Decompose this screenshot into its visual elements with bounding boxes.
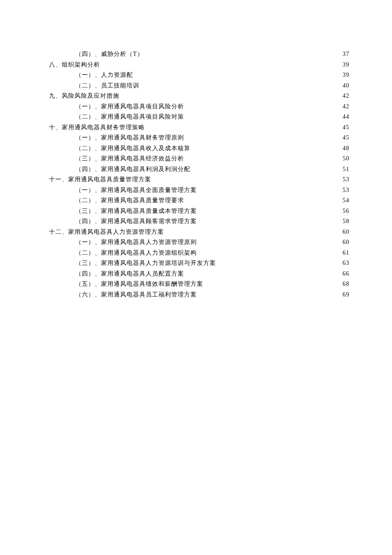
toc-entry-page: 56 xyxy=(343,206,349,217)
toc-entry-label: （二）、家用通风电器具项目风险对策 xyxy=(75,112,184,122)
toc-entry-page: 54 xyxy=(343,195,349,206)
toc-entry-page: 39 xyxy=(343,70,349,81)
toc-entry: 八、组织架构分析39 xyxy=(49,60,349,70)
toc-entry-page: 60 xyxy=(343,227,349,238)
toc-entry: （五）、家用通风电器具绩效和薪酬管理方案68 xyxy=(75,279,349,290)
toc-entry: （二）、家用通风电器具质量管理要求54 xyxy=(75,195,349,206)
toc-entry-label: （一）、家用通风电器具财务管理原则 xyxy=(75,133,184,143)
toc-entry: （四）、家用通风电器具顾客需求管理方案58 xyxy=(75,216,349,227)
toc-entry-page: 63 xyxy=(343,258,349,269)
toc-entry-page: 40 xyxy=(343,81,349,91)
toc-entry-label: （四）、家用通风电器具人员配置方案 xyxy=(75,269,184,279)
toc-entry: （一）、家用通风电器具项目风险分析42 xyxy=(75,102,349,112)
toc-entry: （一）、家用通风电器具全面质量管理方案53 xyxy=(75,185,349,196)
toc-entry: （三）、家用通风电器具人力资源培训与开发方案63 xyxy=(75,258,349,269)
toc-entry: （二）、家用通风电器具项目风险对策44 xyxy=(75,112,349,122)
toc-entry-label: （一）、家用通风电器具人力资源管理原则 xyxy=(75,237,197,248)
toc-entry: （二）、家用通风电器具收入及成本核算48 xyxy=(75,143,349,154)
toc-entry: 十、家用通风电器具财务管理策略45 xyxy=(49,122,349,133)
toc-entry: （一）、家用通风电器具人力资源管理原则60 xyxy=(75,237,349,248)
toc-entry-label: （六）、家用通风电器具员工福利管理方案 xyxy=(75,290,197,300)
toc-entry: （四）、威胁分析（T）37 xyxy=(75,49,349,60)
toc-entry-label: （二）、员工技能培训 xyxy=(75,81,139,91)
toc-entry-label: （五）、家用通风电器具绩效和薪酬管理方案 xyxy=(75,279,203,290)
toc-entry-label: 十一、家用通风电器具质量管理方案 xyxy=(49,174,151,185)
toc-entry-page: 48 xyxy=(343,143,349,154)
toc-entry-label: 十二、家用通风电器具人力资源管理方案 xyxy=(49,227,164,238)
toc-entry: （二）、员工技能培训40 xyxy=(75,81,349,91)
toc-entry-label: （三）、家用通风电器具人力资源培训与开发方案 xyxy=(75,258,216,269)
toc-entry-page: 37 xyxy=(343,49,349,60)
toc-entry-label: （三）、家用通风电器具质量成本管理方案 xyxy=(75,206,197,217)
toc-container: （四）、威胁分析（T）37八、组织架构分析39（一）、人力资源配39（二）、员工… xyxy=(49,49,349,300)
toc-entry-page: 45 xyxy=(343,133,349,143)
toc-entry: （六）、家用通风电器具员工福利管理方案69 xyxy=(75,290,349,300)
toc-entry-label: 八、组织架构分析 xyxy=(49,60,100,70)
toc-entry-page: 51 xyxy=(343,164,349,175)
toc-entry: 九、风险风险及应对措施42 xyxy=(49,91,349,102)
toc-entry-page: 45 xyxy=(343,122,349,133)
toc-entry-page: 53 xyxy=(343,185,349,196)
toc-entry-page: 39 xyxy=(343,60,349,70)
toc-entry: （四）、家用通风电器具人员配置方案66 xyxy=(75,269,349,279)
toc-entry-page: 69 xyxy=(343,290,349,300)
toc-entry-label: （四）、家用通风电器具利润及利润分配 xyxy=(75,164,190,175)
toc-entry: （一）、家用通风电器具财务管理原则45 xyxy=(75,133,349,143)
toc-entry-page: 66 xyxy=(343,269,349,279)
toc-entry-label: （二）、家用通风电器具质量管理要求 xyxy=(75,195,184,206)
toc-entry-label: （二）、家用通风电器具收入及成本核算 xyxy=(75,143,190,154)
toc-entry-label: （一）、家用通风电器具全面质量管理方案 xyxy=(75,185,197,196)
toc-entry-label: 九、风险风险及应对措施 xyxy=(49,91,119,102)
toc-entry-page: 50 xyxy=(343,154,349,164)
toc-entry: 十一、家用通风电器具质量管理方案53 xyxy=(49,174,349,185)
toc-entry-page: 60 xyxy=(343,237,349,248)
toc-entry: （二）、家用通风电器具人力资源组织架构61 xyxy=(75,248,349,259)
toc-entry-page: 58 xyxy=(343,216,349,227)
toc-entry-page: 42 xyxy=(343,102,349,112)
toc-entry-page: 42 xyxy=(343,91,349,102)
toc-entry-label: （二）、家用通风电器具人力资源组织架构 xyxy=(75,248,197,259)
toc-entry-label: （一）、家用通风电器具项目风险分析 xyxy=(75,102,184,112)
toc-entry-label: （一）、人力资源配 xyxy=(75,70,133,81)
toc-entry-label: （四）、威胁分析（T） xyxy=(75,49,144,60)
toc-entry-label: 十、家用通风电器具财务管理策略 xyxy=(49,122,145,133)
toc-entry-page: 61 xyxy=(343,248,349,259)
toc-entry-label: （三）、家用通风电器具经济效益分析 xyxy=(75,154,184,164)
toc-entry-page: 53 xyxy=(343,174,349,185)
toc-entry-page: 68 xyxy=(343,279,349,290)
toc-entry: （四）、家用通风电器具利润及利润分配51 xyxy=(75,164,349,175)
toc-entry: 十二、家用通风电器具人力资源管理方案60 xyxy=(49,227,349,238)
toc-entry: （三）、家用通风电器具质量成本管理方案56 xyxy=(75,206,349,217)
toc-entry-page: 44 xyxy=(343,112,349,122)
toc-entry-label: （四）、家用通风电器具顾客需求管理方案 xyxy=(75,216,197,227)
toc-entry: （一）、人力资源配39 xyxy=(75,70,349,81)
toc-entry: （三）、家用通风电器具经济效益分析50 xyxy=(75,154,349,164)
